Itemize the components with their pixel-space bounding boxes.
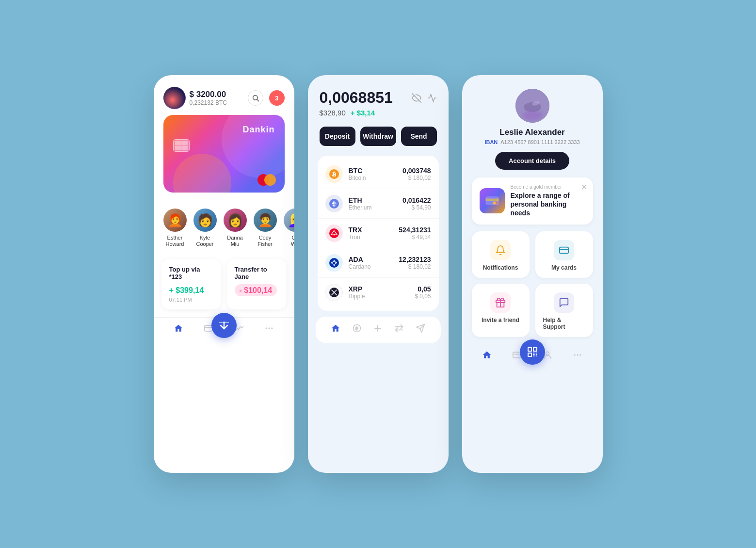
svg-point-24 — [336, 262, 337, 264]
contact-kyle[interactable]: 🧑 KyleCooper — [193, 209, 217, 247]
crypto-ada[interactable]: ADA Cardano 12,232123 $ 180,02 — [318, 248, 439, 278]
svg-point-64 — [579, 354, 581, 355]
p1-header: $ 3200.00 0,232132 BTC 3 — [154, 75, 294, 115]
chat-icon — [559, 297, 569, 308]
eth-name-block: ETH Etherium — [349, 196, 403, 211]
xrp-symbol: XRP — [349, 285, 415, 293]
btc-amount: 0,003748 — [402, 167, 431, 175]
btc-fullname: Bitcoin — [349, 175, 403, 181]
p3-feature-grid: Notifications My cards — [472, 231, 593, 337]
p2-nav — [316, 317, 441, 343]
p2-main-content: 0,0068851 $328,90 + $3,14 Deposit Withdr… — [308, 75, 449, 311]
ada-symbol: ADA — [349, 256, 399, 263]
svg-point-19 — [329, 258, 339, 268]
nav-transfer-fab[interactable] — [211, 313, 237, 338]
promo-text: Become a gold member Explore a range of … — [511, 184, 585, 218]
account-details-button[interactable]: Account details — [495, 152, 569, 170]
svg-point-61 — [546, 352, 549, 355]
deposit-button[interactable]: Deposit — [320, 127, 355, 146]
nav-more[interactable] — [264, 323, 274, 333]
mastercard-logo — [257, 174, 276, 186]
p2-nav-transfer[interactable] — [394, 323, 404, 333]
svg-point-42 — [493, 202, 496, 205]
contact-esther[interactable]: 🧑‍🦰 EstherHoward — [163, 209, 187, 247]
ada-values: 12,232123 $ 180,02 — [399, 256, 431, 270]
crypto-xrp[interactable]: XRP Ripple 0,05 $ 0,05 — [318, 278, 439, 307]
p3-nav-home[interactable] — [482, 350, 492, 360]
eth-usd: $ 54,90 — [402, 204, 431, 211]
credit-card[interactable]: Dankin — [163, 115, 285, 193]
p2-actions: Deposit Withdraw Send — [320, 127, 437, 146]
tx-topup-title: Top up via *123 — [169, 266, 213, 280]
nav-home[interactable] — [174, 323, 183, 333]
p3-iban-row: IBAN A123 4567 8901 1111 2222 3333 — [484, 139, 579, 145]
promo-close-button[interactable]: ✕ — [581, 182, 587, 192]
help-label: Help & Support — [543, 317, 585, 330]
p3-nav-more[interactable] — [573, 350, 582, 360]
search-button[interactable] — [248, 90, 263, 106]
balance-amount: $ 3200.00 — [190, 90, 248, 99]
contact-danna[interactable]: 👩 DannaMiu — [224, 209, 247, 247]
balance-block: $ 3200.00 0,232132 BTC — [190, 90, 248, 106]
svg-point-22 — [333, 265, 335, 266]
p2-nav-plus[interactable] — [373, 323, 383, 333]
ada-name-block: ADA Cardano — [349, 256, 399, 270]
grid-my-cards[interactable]: My cards — [535, 231, 593, 278]
contact-name-danna: DannaMiu — [227, 235, 242, 247]
xrp-fullname: Ripple — [349, 293, 415, 300]
p2-nav-send[interactable] — [416, 323, 425, 333]
qr-icon — [527, 346, 538, 358]
chart-icon[interactable] — [427, 93, 437, 103]
my-cards-label: My cards — [551, 264, 577, 271]
svg-point-8 — [271, 328, 273, 329]
svg-rect-40 — [485, 199, 499, 201]
svg-point-6 — [266, 328, 267, 329]
crypto-trx[interactable]: TRX Tron 524,31231 $ 49,34 — [318, 219, 439, 248]
contact-cody[interactable]: 🧑‍🦱 CodyFisher — [254, 209, 277, 247]
p3-nav-qr-fab[interactable] — [520, 339, 545, 365]
crypto-btc[interactable]: BTC Bitcoin 0,003748 $ 180,02 — [318, 160, 439, 189]
trx-icon — [325, 225, 343, 242]
trx-values: 524,31231 $ 49,34 — [399, 226, 431, 241]
contacts-list: 🧑‍🦰 EstherHoward 🧑 KyleCooper 👩 DannaMiu… — [154, 205, 294, 255]
ada-amount: 12,232123 — [399, 256, 431, 263]
p3-nav — [462, 344, 603, 370]
tx-transfer-amount: - $100,14 — [235, 284, 277, 296]
p2-nav-dollar[interactable] — [352, 323, 362, 333]
withdraw-button[interactable]: Withdraw — [360, 127, 396, 146]
p3-user-name: Leslie Alexander — [499, 128, 565, 137]
promo-title: Explore a range of personal banking need… — [511, 191, 585, 218]
grid-notifications[interactable]: Notifications — [472, 231, 530, 278]
notification-badge[interactable]: 3 — [269, 90, 285, 106]
eth-fullname: Etherium — [349, 204, 403, 211]
p2-usd-value: $328,90 — [320, 109, 346, 117]
hide-balance-icon[interactable] — [412, 93, 421, 103]
svg-rect-49 — [528, 348, 531, 351]
contact-name-esther: EstherHoward — [166, 235, 184, 247]
promo-icon — [480, 188, 505, 213]
svg-point-23 — [331, 262, 332, 264]
bell-icon — [495, 245, 506, 256]
phone-3: Leslie Alexander IBAN A123 4567 8901 111… — [462, 75, 603, 473]
ada-fullname: Cardano — [349, 263, 399, 270]
contact-avatar-cody: 🧑‍🦱 — [254, 209, 277, 232]
phone-1: $ 3200.00 0,232132 BTC 3 Dankin — [154, 75, 294, 473]
card-brand: Dankin — [242, 125, 274, 135]
contact-avatar-esther: 🧑‍🦰 — [163, 209, 187, 232]
p2-nav-home[interactable] — [331, 323, 340, 333]
contact-ca[interactable]: 👱‍♀️ CaWill — [284, 209, 294, 247]
eth-values: 0,016422 $ 54,90 — [402, 196, 431, 211]
grid-help-support[interactable]: Help & Support — [535, 284, 593, 337]
svg-point-63 — [577, 354, 579, 355]
user-avatar[interactable] — [163, 87, 186, 109]
contact-avatar-danna: 👩 — [224, 209, 247, 232]
grid-invite[interactable]: Invite a friend — [472, 284, 530, 337]
contact-name-cody: CodyFisher — [257, 235, 273, 247]
btc-symbol: BTC — [349, 167, 403, 175]
send-button[interactable]: Send — [401, 127, 437, 146]
crypto-eth[interactable]: ETH Etherium 0,016422 $ 54,90 — [318, 189, 439, 219]
p2-main-balance: 0,0068851 — [320, 89, 393, 107]
invite-label: Invite a friend — [482, 317, 519, 323]
btc-values: 0,003748 $ 180,02 — [402, 167, 431, 181]
xrp-usd: $ 0,05 — [415, 293, 431, 300]
